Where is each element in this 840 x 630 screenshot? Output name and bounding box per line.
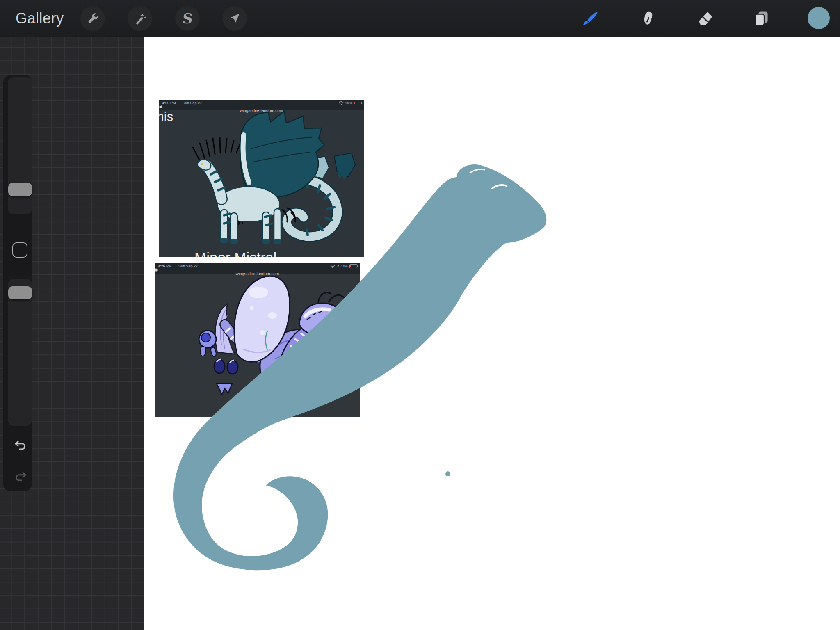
layers-icon <box>752 9 770 27</box>
top-toolbar: Gallery S <box>0 0 840 37</box>
ref1-caption: Minor Mistral <box>194 249 276 257</box>
layers-tool-button[interactable] <box>751 8 772 29</box>
brush-opacity-handle[interactable] <box>8 286 32 299</box>
reference-image-2: 4:26 PM Sun Sep 27 10% wingsoffire.fando… <box>155 263 360 417</box>
transform-button[interactable] <box>222 6 247 31</box>
gallery-button[interactable]: Gallery <box>16 10 64 27</box>
ref1-status-bar: 4:25 PM Sun Sep 27 10% wingsoffire.fando… <box>159 100 364 110</box>
eraser-tool-button[interactable] <box>695 8 716 29</box>
redo-arrow-icon <box>13 470 28 483</box>
eraser-icon <box>696 9 714 27</box>
lock-icon <box>159 105 162 108</box>
redo-button[interactable] <box>13 470 28 483</box>
color-swatch[interactable] <box>808 7 830 29</box>
adjustments-button[interactable] <box>128 6 152 31</box>
ref2-status-bar: 4:26 PM Sun Sep 27 10% wingsoffire.fando… <box>155 263 360 274</box>
arrow-cursor-icon <box>228 11 242 25</box>
modify-button[interactable] <box>12 242 27 258</box>
location-arrow-icon <box>336 265 340 268</box>
ref1-dragon-art <box>159 100 364 257</box>
brush-icon <box>580 9 598 27</box>
reference-image-1: 4:25 PM Sun Sep 27 10% wingsoffire.fando… <box>159 100 364 257</box>
smudge-tool-button[interactable] <box>636 8 657 29</box>
ref1-overlay-text: this <box>159 110 173 124</box>
smudge-finger-icon <box>638 9 656 27</box>
paint-tool-button[interactable] <box>579 8 600 29</box>
ref2-url: wingsoffire.fandom.com <box>155 268 360 276</box>
magic-wand-icon <box>133 11 147 25</box>
brush-opacity-slider[interactable] <box>8 279 32 426</box>
drawing-canvas[interactable]: 4:25 PM Sun Sep 27 10% wingsoffire.fando… <box>144 37 840 630</box>
wrench-icon <box>86 11 100 25</box>
ref2-dragon-art <box>155 263 360 417</box>
ref1-url: wingsoffire.fandom.com <box>159 105 364 113</box>
undo-arrow-icon <box>13 439 28 452</box>
brush-size-handle[interactable] <box>8 183 32 196</box>
brush-sidebar <box>3 75 32 491</box>
selection-button[interactable]: S <box>175 6 200 31</box>
procreate-app: Gallery S <box>0 0 840 630</box>
s-curve-icon: S <box>182 10 194 27</box>
lock-icon <box>155 268 158 272</box>
actions-button[interactable] <box>80 6 105 31</box>
undo-button[interactable] <box>13 439 28 452</box>
